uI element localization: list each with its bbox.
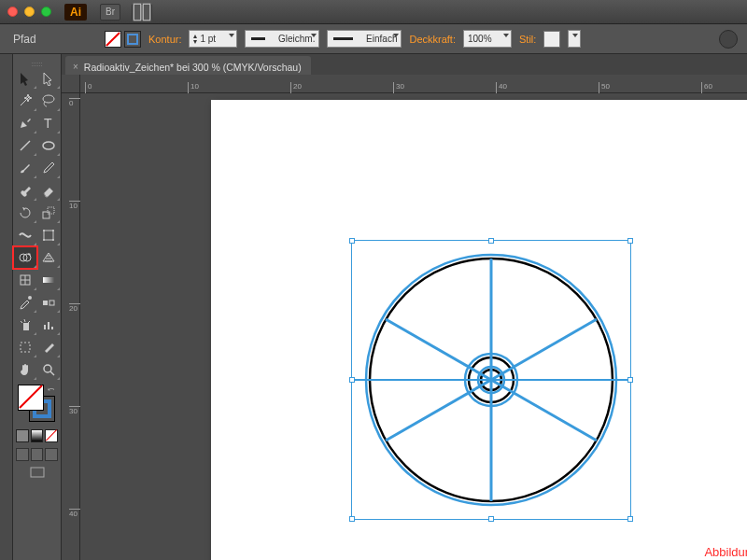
selection-handle[interactable] xyxy=(349,516,355,522)
stroke-label: Kontur: xyxy=(148,34,181,45)
ruler-tick: 50 xyxy=(599,82,610,93)
ruler-tick: 20 xyxy=(69,303,80,313)
selection-handle[interactable] xyxy=(627,377,633,383)
paintbrush-tool[interactable] xyxy=(13,157,37,179)
canvas[interactable]: Abbildung: 19 xyxy=(80,93,747,560)
svg-rect-22 xyxy=(48,322,49,329)
selection-tool[interactable] xyxy=(13,67,37,90)
arrange-documents-button[interactable] xyxy=(132,4,152,21)
svg-point-5 xyxy=(43,142,54,149)
blend-tool[interactable] xyxy=(37,291,62,314)
eraser-tool[interactable] xyxy=(37,179,62,202)
stroke-profile-dropdown[interactable]: Gleichm. xyxy=(245,30,319,48)
selection-bounding-box[interactable] xyxy=(351,240,631,520)
svg-rect-18 xyxy=(43,301,48,305)
drawing-mode-inside[interactable] xyxy=(45,448,58,461)
close-tab-icon[interactable]: × xyxy=(73,62,78,72)
ruler-tick: 40 xyxy=(69,509,80,518)
close-window-button[interactable] xyxy=(7,7,18,17)
swap-fill-stroke-icon[interactable]: ⤺ xyxy=(48,385,55,394)
screen-mode-button[interactable] xyxy=(13,467,61,479)
opacity-label: Deckkraft: xyxy=(409,34,456,45)
svg-rect-24 xyxy=(21,343,30,352)
artboard-tool[interactable] xyxy=(13,336,37,358)
stroke-profile-value: Gleichm. xyxy=(278,34,315,44)
lasso-tool[interactable] xyxy=(37,90,62,112)
selection-handle[interactable] xyxy=(349,377,355,383)
document-tab[interactable]: × Radioaktiv_Zeichen* bei 300 % (CMYK/Vo… xyxy=(65,56,311,75)
stroke-swatch[interactable] xyxy=(124,31,141,48)
document-setup-icon[interactable] xyxy=(719,30,738,49)
slice-tool[interactable] xyxy=(37,336,62,358)
horizontal-ruler[interactable]: 0 10 20 30 40 50 60 xyxy=(80,75,747,93)
ruler-tick: 0 xyxy=(69,98,80,107)
zoom-tool[interactable] xyxy=(37,358,62,381)
ruler-tick: 30 xyxy=(69,406,80,415)
gradient-tool[interactable] xyxy=(37,269,62,291)
svg-point-9 xyxy=(43,230,45,231)
eyedropper-tool[interactable] xyxy=(13,291,37,314)
selection-handle[interactable] xyxy=(627,516,633,522)
free-transform-tool[interactable] xyxy=(37,224,62,246)
column-graph-tool[interactable] xyxy=(37,314,62,336)
magic-wand-tool[interactable] xyxy=(13,90,37,112)
selection-handle[interactable] xyxy=(349,238,355,244)
selection-handle[interactable] xyxy=(627,238,633,244)
artboard[interactable]: Abbildung: 19 xyxy=(211,100,747,560)
ruler-tick: 40 xyxy=(496,82,507,93)
shape-builder-tool[interactable] xyxy=(13,246,37,269)
app-badge-icon: Ai xyxy=(64,4,87,21)
perspective-grid-tool[interactable] xyxy=(37,246,62,269)
svg-rect-20 xyxy=(23,323,29,330)
fill-swatch[interactable] xyxy=(105,31,121,48)
tools-panel: :::::: T xyxy=(13,54,62,560)
hand-tool[interactable] xyxy=(13,358,37,381)
direct-selection-tool[interactable] xyxy=(37,67,62,90)
rectangle-tool[interactable] xyxy=(37,134,62,157)
mesh-tool[interactable] xyxy=(13,269,37,291)
bridge-button[interactable]: Br xyxy=(100,4,120,21)
type-tool[interactable]: T xyxy=(37,112,62,134)
panel-dock-left xyxy=(0,54,13,560)
ruler-origin[interactable] xyxy=(62,75,80,93)
line-segment-tool[interactable] xyxy=(13,134,37,157)
drawing-mode-behind[interactable] xyxy=(31,448,44,461)
selection-handle[interactable] xyxy=(488,516,494,522)
width-tool[interactable] xyxy=(13,224,37,246)
stroke-weight-input[interactable]: ▴▾ 1 pt xyxy=(189,30,237,48)
panel-grip-icon[interactable]: :::::: xyxy=(13,61,61,67)
window-controls xyxy=(7,7,51,17)
ruler-tick: 0 xyxy=(85,82,92,93)
pencil-tool[interactable] xyxy=(37,157,62,179)
zoom-window-button[interactable] xyxy=(41,7,51,17)
gradient-mode-button[interactable] xyxy=(31,429,44,442)
fill-stroke-control[interactable]: ⤺ xyxy=(18,385,57,424)
blob-brush-tool[interactable] xyxy=(13,179,37,202)
svg-point-25 xyxy=(44,365,51,372)
brush-definition-dropdown[interactable]: Einfach xyxy=(327,30,402,48)
minimize-window-button[interactable] xyxy=(24,7,35,17)
selection-type-label: Pfad xyxy=(13,33,97,46)
svg-line-4 xyxy=(21,141,30,150)
pen-tool[interactable] xyxy=(13,112,37,134)
rotate-tool[interactable] xyxy=(13,202,37,224)
style-dropdown[interactable] xyxy=(568,30,581,48)
svg-line-26 xyxy=(50,371,54,375)
svg-point-17 xyxy=(28,296,32,300)
color-mode-button[interactable] xyxy=(16,429,29,442)
opacity-input[interactable]: 100% xyxy=(463,30,512,48)
svg-rect-21 xyxy=(44,325,46,329)
fill-box[interactable] xyxy=(18,385,44,411)
ruler-tick: 10 xyxy=(188,82,199,93)
scale-tool[interactable] xyxy=(37,202,62,224)
symbol-sprayer-tool[interactable] xyxy=(13,314,37,336)
opacity-value: 100% xyxy=(468,34,492,44)
svg-rect-23 xyxy=(51,327,53,329)
vertical-ruler[interactable]: 0 10 20 30 40 xyxy=(62,93,80,560)
none-mode-button[interactable] xyxy=(45,429,58,442)
selection-handle[interactable] xyxy=(488,238,494,244)
drawing-mode-normal[interactable] xyxy=(16,448,29,461)
svg-rect-16 xyxy=(43,277,54,283)
graphic-style-swatch[interactable] xyxy=(543,31,560,48)
ruler-tick: 30 xyxy=(393,82,404,93)
